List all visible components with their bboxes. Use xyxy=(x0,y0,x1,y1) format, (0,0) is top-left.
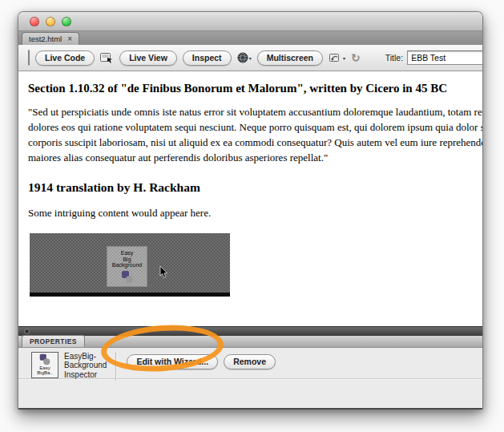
document-heading-2: 1914 translation by H. Rackham xyxy=(28,180,482,195)
document-paragraph: "Sed ut perspiciatis unde omnis iste nat… xyxy=(28,104,482,165)
placeholder-label-line: Big xyxy=(107,256,147,263)
document-title-group: Title: xyxy=(385,50,482,65)
design-view[interactable]: Section 1.10.32 of "de Finibus Bonorum e… xyxy=(18,71,482,326)
tab-title: test2.html xyxy=(29,34,62,43)
paragraph-line: maiores alias consequatur aut perferendi… xyxy=(28,150,482,165)
document-title-input[interactable] xyxy=(407,50,482,65)
tab-close-icon[interactable]: × xyxy=(67,34,72,43)
refresh-design-view-icon[interactable]: ↻ xyxy=(351,51,361,64)
panel-divider-bar[interactable] xyxy=(18,326,482,336)
placeholder-label-line: Easy xyxy=(107,250,147,256)
placeholder-label-line: Background xyxy=(107,262,147,268)
view-mode-segment: Code Split Design xyxy=(28,50,30,66)
remove-button[interactable]: Remove xyxy=(224,354,276,369)
easy-big-background-plugin-icon xyxy=(39,353,50,365)
live-view-button[interactable]: Live View xyxy=(119,50,177,66)
multiscreen-button[interactable]: Multiscreen xyxy=(257,50,323,66)
dreamweaver-document-window: test2.html × Code Split Design Live Code… xyxy=(18,11,483,410)
code-view-button[interactable]: Code xyxy=(29,50,30,65)
paragraph-line: corporis suscipit laboriosam, nisi ut al… xyxy=(28,135,482,150)
minimize-window-icon[interactable] xyxy=(46,17,55,26)
live-code-button[interactable]: Live Code xyxy=(35,50,95,66)
properties-row: Easy BigBa.. EasyBig- Background Inspect… xyxy=(18,348,482,379)
mouse-cursor-icon xyxy=(159,266,168,282)
inspector-name: EasyBig- Background Inspector xyxy=(64,352,107,380)
panel-tab-strip: PROPERTIES xyxy=(18,336,482,348)
inspector-icon-caption: BigBa.. xyxy=(37,370,52,376)
easy-big-background-placeholder[interactable]: Easy Big Background xyxy=(107,246,147,287)
inspect-button[interactable]: Inspect xyxy=(183,50,232,66)
document-paragraph-2: Some intriguing content would appear her… xyxy=(28,207,482,220)
title-label: Title: xyxy=(385,53,403,63)
document-tabbar: test2.html × xyxy=(18,31,482,45)
easy-big-background-element[interactable]: Easy Big Background xyxy=(30,233,230,297)
edit-with-wizard-button[interactable]: Edit with Wizard... xyxy=(127,354,218,369)
paragraph-line: "Sed ut perspiciatis unde omnis iste nat… xyxy=(28,104,482,119)
tab-test2-html[interactable]: test2.html × xyxy=(22,32,79,45)
document-toolbar: Code Split Design Live Code Live View In… xyxy=(18,45,482,71)
close-window-icon[interactable] xyxy=(30,17,39,26)
easy-big-background-plugin-icon xyxy=(121,271,134,283)
preview-in-browser-globe-icon[interactable]: ▾ xyxy=(237,52,252,63)
properties-buttons: Edit with Wizard... Remove xyxy=(127,354,276,369)
caret-down-icon: ▾ xyxy=(343,55,345,61)
panel-grip-icon[interactable] xyxy=(24,329,30,334)
tab-properties[interactable]: PROPERTIES xyxy=(22,335,85,347)
caret-down-icon: ▾ xyxy=(249,55,252,61)
document-heading-1: Section 1.10.32 of "de Finibus Bonorum e… xyxy=(28,82,482,95)
inspector-thumbnail-icon: Easy BigBa.. xyxy=(31,352,58,378)
window-titlebar xyxy=(18,12,482,31)
screenshot-stage: test2.html × Code Split Design Live Code… xyxy=(0,0,504,432)
properties-panel: Easy BigBa.. EasyBig- Background Inspect… xyxy=(18,348,482,409)
zoom-window-icon[interactable] xyxy=(62,17,71,26)
file-management-icon[interactable]: ▾ xyxy=(329,52,345,63)
paragraph-line: dolores eos qui ratione voluptatem sequi… xyxy=(28,119,482,135)
check-browser-compatibility-icon[interactable] xyxy=(100,52,114,63)
vertical-separator xyxy=(115,352,116,381)
